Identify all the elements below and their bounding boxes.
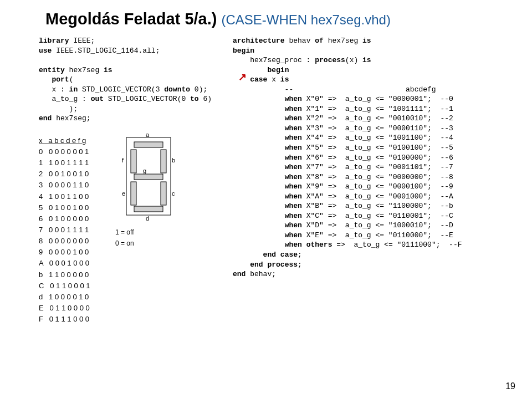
title-paren: (CASE-WHEN hex7seg.vhd) bbox=[221, 12, 390, 27]
page-number: 19 bbox=[505, 381, 515, 391]
truth-table: x a b c d e f g 0 0 0 0 0 0 0 1 1 1 0 0 … bbox=[39, 135, 90, 325]
arrow-icon: ↗ bbox=[238, 71, 247, 83]
title-main: Megoldás Feladat 5/a.) bbox=[45, 10, 221, 28]
svg-rect-3 bbox=[161, 150, 166, 173]
seg-d-label: d bbox=[145, 215, 149, 222]
svg-rect-5 bbox=[131, 182, 136, 205]
seven-segment-svg: a b c d e f g 1 = off 0 = on bbox=[110, 132, 182, 248]
svg-rect-1 bbox=[134, 142, 163, 147]
seg-b-label: b bbox=[172, 157, 175, 164]
legend-on: 0 = on bbox=[115, 239, 134, 247]
page-title: Megoldás Feladat 5/a.) (CASE-WHEN hex7se… bbox=[45, 10, 521, 28]
seg-g-label: g bbox=[143, 167, 146, 174]
legend-off: 1 = off bbox=[115, 228, 134, 236]
seg-a-label: a bbox=[145, 132, 149, 138]
seg-f-label: f bbox=[122, 157, 124, 164]
svg-rect-6 bbox=[161, 182, 166, 205]
architecture-code: architecture behav of hex7seg is begin h… bbox=[233, 36, 521, 279]
seg-e-label: e bbox=[122, 190, 125, 197]
seven-segment-figure: a b c d e f g 1 = off 0 = on bbox=[96, 132, 196, 248]
svg-rect-2 bbox=[131, 150, 136, 173]
entity-code: library IEEE; use IEEE.STD_LOGIC_1164.al… bbox=[39, 36, 233, 124]
svg-rect-7 bbox=[134, 206, 163, 212]
svg-rect-4 bbox=[134, 174, 163, 180]
seg-c-label: c bbox=[172, 190, 175, 197]
